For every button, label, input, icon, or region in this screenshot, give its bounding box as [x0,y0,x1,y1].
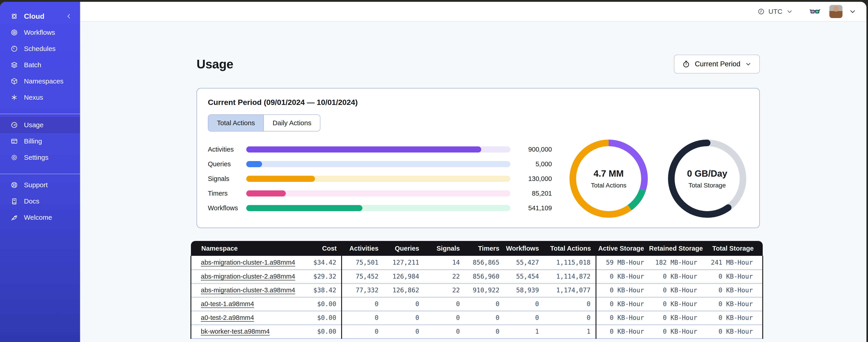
cell-active-storage: 0 KB-Hour [596,297,649,311]
sidebar-divider [0,114,80,114]
col-header-queries: Queries [383,241,424,256]
namespace-link[interactable]: a0-test-1.a98mm4 [201,300,254,307]
cell-retained-storage: 0 KB-Hour [649,283,702,297]
col-header-total-storage: Total Storage [702,241,763,256]
col-header-retained-storage: Retained Storage [649,241,702,256]
sidebar-item-label: Usage [24,121,43,129]
sidebar-item-usage[interactable]: Usage [0,117,80,133]
donut-center-label: 0 GB/DayTotal Storage [666,137,748,220]
bar-fill [246,146,481,152]
sidebar-item-label: Welcome [24,214,52,221]
sidebar-item-label: Settings [24,153,48,161]
sidebar-item-label: Cloud [24,12,44,21]
table-row: a0-test-2.a98mm4$0.000000000 KB-Hour0 KB… [191,311,763,324]
period-selector-button[interactable]: Current Period [674,55,760,73]
cell-workflows: 55,454 [504,270,544,283]
sidebar-item-workflows[interactable]: Workflows [0,24,80,41]
namespace-cell: abs-migration-cluster-3.a98mm4 [191,283,292,297]
cell-total-storage: 0 KB-Hour [702,270,763,283]
period-selector-label: Current Period [695,60,740,68]
cell-total-actions: 1,114,872 [544,270,596,283]
namespace-cell: bk-worker-test.a98mm4 [191,324,292,338]
namespace-link[interactable]: abs-migration-cluster-1.a98mm4 [201,259,295,266]
cell-workflows: 0 [504,311,544,324]
cell-workflows: 55,427 [504,256,544,270]
bar-row-timers: Timers85,201 [208,191,552,197]
col-header-signals: Signals [424,241,465,256]
sidebar-item-label: Namespaces [24,77,63,85]
settings-icon [10,153,18,161]
bar-label: Timers [208,190,246,197]
sidebar-item-label: Nexus [24,94,43,101]
namespace-link[interactable]: a0-test-2.a98mm4 [201,314,254,321]
cell-workflows: 1 [504,324,544,338]
sidebar-item-welcome[interactable]: Welcome [0,209,80,226]
cell-total-storage: 0 KB-Hour [702,283,763,297]
bar-track [246,146,510,152]
sidebar-item-batch[interactable]: Batch [0,57,80,73]
sidebar-item-label: Billing [24,137,42,145]
cell-retained-storage: 0 KB-Hour [649,324,702,338]
timezone-selector[interactable]: UTC [757,8,793,15]
user-menu-chevron-down-icon[interactable] [849,8,857,15]
sidebar-item-namespaces[interactable]: Namespaces [0,73,80,89]
sidebar-item-schedules[interactable]: Schedules [0,41,80,57]
usage-summary-card: Current Period (09/01/2024 — 10/01/2024)… [196,88,760,228]
sidebar-item-label: Docs [24,197,39,205]
table-row: a0-test-1.a98mm4$0.000000000 KB-Hour0 KB… [191,297,763,311]
cell-total-storage: 0 KB-Hour [702,297,763,311]
bar-value: 900,000 [516,146,552,153]
support-icon [10,181,18,189]
sidebar-item-billing[interactable]: Billing [0,133,80,149]
temporal-logo-icon [10,12,18,20]
cell-timers: 856,960 [465,270,504,283]
sidebar-item-label: Batch [24,61,41,69]
sidebar-item-cloud[interactable]: Cloud [0,8,80,24]
bar-fill [246,205,362,211]
cell-activities: 77,332 [342,283,383,297]
table-row: abs-migration-cluster-3.a98mm4$38.4277,3… [191,283,763,297]
bar-label: Activities [208,146,246,153]
cell-total-storage: 241 MB-Hour [702,256,763,270]
docs-icon [10,197,18,205]
namespace-link[interactable]: abs-migration-cluster-3.a98mm4 [201,286,295,294]
col-header-active-storage: Active Storage [596,241,649,256]
bar-value: 130,000 [516,175,552,182]
tab-daily-actions[interactable]: Daily Actions [264,115,320,131]
bar-track [246,205,510,211]
namespace-cell: a0-test-1.a98mm4 [191,297,292,311]
avatar[interactable] [829,5,842,18]
content: Usage Current Period Current Period (09/… [81,22,866,342]
bar-row-queries: Queries5,000 [208,161,552,167]
workflows-icon [10,29,18,36]
glasses-icon[interactable] [809,8,820,15]
sidebar-item-settings[interactable]: Settings [0,149,80,166]
sidebar-item-docs[interactable]: Docs [0,193,80,209]
cell-active-storage: 59 MB-Hour [596,256,649,270]
sidebar-item-nexus[interactable]: Nexus [0,89,80,106]
cell-queries: 0 [383,324,424,338]
clock-icon [757,8,765,15]
bar-track [246,176,510,182]
sidebar-item-support[interactable]: Support [0,177,80,193]
namespace-link[interactable]: abs-migration-cluster-2.a98mm4 [201,273,295,280]
cell-activities: 0 [342,311,383,324]
col-header-total-actions: Total Actions [544,241,596,256]
col-header-namespace: Namespace [191,241,292,256]
cell-signals: 14 [424,256,465,270]
cell-cost: $0.00 [292,324,342,338]
timezone-label: UTC [768,8,782,15]
namespace-link[interactable]: bk-worker-test.a98mm4 [201,328,270,335]
cell-activities: 75,501 [342,256,383,270]
chevron-left-icon[interactable] [65,13,72,20]
sidebar: CloudWorkflowsSchedulesBatchNamespacesNe… [0,2,81,342]
donut-subtitle: Total Actions [591,182,626,189]
tab-total-actions[interactable]: Total Actions [208,115,264,131]
billing-icon [10,137,18,145]
cell-queries: 126,862 [383,283,424,297]
donut-total-actions: 4.7 MMTotal Actions [567,137,650,220]
cell-activities: 75,452 [342,270,383,283]
cell-queries: 127,211 [383,256,424,270]
bar-row-workflows: Workflows541,109 [208,205,552,211]
cell-activities: 0 [342,324,383,338]
